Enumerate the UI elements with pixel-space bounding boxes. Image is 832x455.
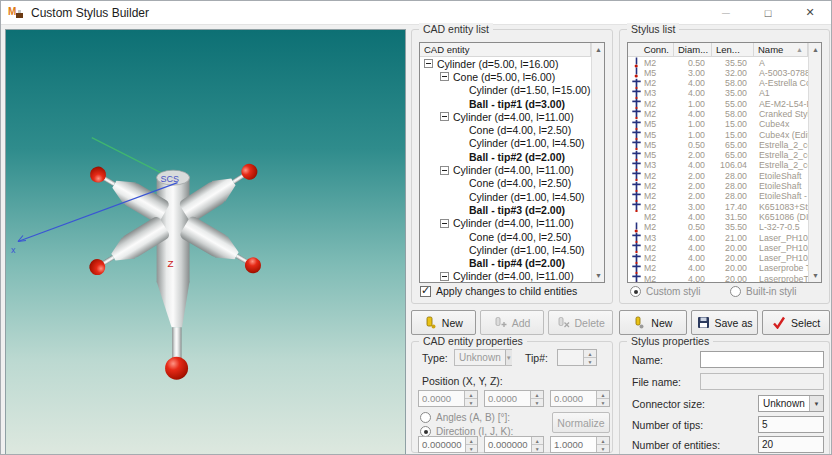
minimize-button[interactable]: ─ [705, 1, 747, 24]
scroll-down-icon[interactable]: ▼ [592, 269, 605, 282]
maximize-button[interactable]: □ [747, 1, 789, 24]
cad-entity-list-header[interactable]: CAD entity [420, 43, 591, 57]
connector-size-combobox[interactable]: Unknown ▼ [758, 395, 824, 412]
tree-item[interactable]: Cylinder (d=4.00, l=11.00) [420, 110, 591, 123]
tree-item[interactable]: Ball - tip#1 (d=3.00) [420, 97, 591, 110]
tree-item[interactable]: Ball - tip#3 (d=2.00) [420, 203, 591, 216]
stylus-list-row[interactable]: M50.5065.00Estrella_2_codos [628, 139, 808, 149]
position-x-spinner[interactable]: 0.0000 ▲▼ [418, 390, 478, 407]
spin-up-icon[interactable]: ▲ [597, 437, 609, 445]
tree-item[interactable]: Cylinder (d=4.00, l=11.00) [420, 270, 591, 282]
radio-unselected-icon[interactable] [730, 286, 741, 297]
stylus-list-row[interactable]: M24.0020.00Laserprobe TP200 [628, 263, 808, 273]
stylus-list-row[interactable]: M24.0020.00Laser_PH10M_ TP20 [628, 242, 808, 252]
chevron-down-icon[interactable]: ▼ [505, 350, 512, 365]
tree-item[interactable]: Cone (d=4.00, l=2.50) [420, 230, 591, 243]
stylus-list-row[interactable]: M20.5035.50A [628, 57, 808, 67]
stylus-list-row[interactable]: M24.0031.50K651086 (DISC) [628, 211, 808, 221]
spin-down-icon[interactable]: ▼ [597, 399, 609, 406]
tree-item[interactable]: Cylinder (d=4.00, l=11.00) [420, 217, 591, 230]
spin-down-icon[interactable]: ▼ [466, 445, 477, 452]
tree-collapse-icon[interactable] [440, 272, 449, 281]
scroll-up-icon[interactable]: ▲ [809, 43, 822, 56]
spin-up-icon[interactable]: ▲ [465, 391, 477, 399]
stylus-list-row[interactable]: M51.0015.00Cube4x [628, 119, 808, 129]
custom-styli-radio[interactable]: Custom styli [630, 286, 700, 297]
stylus-list-row[interactable]: M22.0028.00EtoileShaft [628, 181, 808, 191]
stylus-list-row[interactable]: M21.0055.00AE-M2-L54-D1x2 [628, 98, 808, 108]
save-as-button[interactable]: Save as [691, 310, 759, 335]
tree-collapse-icon[interactable] [440, 219, 449, 228]
cad-add-button[interactable]: Add [480, 310, 545, 335]
direction-k-spinner[interactable]: 1.0000 ▲▼ [550, 436, 610, 453]
tree-item[interactable]: Cone (d=4.00, l=2.50) [420, 177, 591, 190]
tree-item[interactable]: Cylinder (d=5.00, l=16.00) [420, 57, 591, 70]
spin-down-icon[interactable]: ▼ [597, 445, 609, 452]
stylus-list-row[interactable]: M22.0028.00EtoileShaft [628, 170, 808, 180]
spin-up-icon[interactable]: ▲ [531, 391, 543, 399]
spin-up-icon[interactable]: ▲ [532, 437, 543, 445]
tree-item[interactable]: Ball - tip#4 (d=2.00) [420, 256, 591, 269]
cad-list-scrollbar[interactable]: ▲ ▼ [591, 43, 604, 282]
normalize-button[interactable]: Normalize [552, 412, 610, 433]
diam-column-header[interactable]: Diam... [674, 43, 712, 56]
tree-item[interactable]: Cylinder (d=1.00, l=4.50) [420, 190, 591, 203]
file-name-input[interactable] [700, 373, 824, 390]
angles-radio[interactable]: Angles (A, B) [°]: [420, 412, 510, 423]
tree-collapse-icon[interactable] [440, 166, 449, 175]
number-of-tips-field[interactable]: 5 [758, 416, 824, 433]
3d-viewport[interactable]: SCS x Z [5, 29, 406, 455]
stylus-list-row[interactable]: M51.0015.00Cube4x (Edited) [628, 129, 808, 139]
tree-item[interactable]: Cylinder (d=1.50, l=15.00) [420, 84, 591, 97]
number-of-entities-field[interactable]: 20 [758, 436, 824, 453]
chevron-down-icon[interactable]: ▼ [809, 396, 823, 411]
cad-entity-column-header[interactable]: CAD entity [420, 43, 591, 56]
tree-collapse-icon[interactable] [440, 112, 449, 121]
type-combobox[interactable]: Unknown ▼ [454, 349, 512, 366]
tree-item[interactable]: Ball - tip#2 (d=2.00) [420, 150, 591, 163]
stylus-new-button[interactable]: New [619, 310, 687, 335]
tree-collapse-icon[interactable] [440, 72, 449, 81]
spin-down-icon[interactable]: ▼ [531, 399, 543, 406]
direction-j-spinner[interactable]: 0.000000 ▲▼ [484, 436, 544, 453]
scroll-up-icon[interactable]: ▲ [592, 43, 605, 56]
stylus-list-row[interactable]: M24.0020.00Laser_PH10M_ TP280 [628, 253, 808, 263]
scroll-down-icon[interactable]: ▼ [809, 269, 822, 282]
checkbox-checked-icon[interactable] [420, 286, 431, 297]
builtin-styli-radio[interactable]: Built-in styli [730, 286, 797, 297]
stylus-list-row[interactable]: M52.0065.00Estrella_2_codos_n... [628, 150, 808, 160]
stylus-list-row[interactable]: M22.0028.00EtoileShaft - Copy [628, 191, 808, 201]
close-button[interactable]: ✕ [789, 1, 831, 24]
conn-column-header[interactable]: Conn. [628, 43, 674, 56]
tree-item[interactable]: Cylinder (d=1.00, l=4.50) [420, 137, 591, 150]
tree-item[interactable]: Cone (d=5.00, l=6.00) [420, 70, 591, 83]
tree-collapse-icon[interactable] [424, 59, 433, 68]
stylus-list-row[interactable]: M24.0020.00LaserprobeTP200_1 [628, 273, 808, 282]
stylus-list-row[interactable]: M34.0021.00Laser_PH10M_ SP25 [628, 232, 808, 242]
tree-item[interactable]: Cylinder (d=4.00, l=11.00) [420, 163, 591, 176]
radio-selected-icon[interactable] [630, 286, 641, 297]
position-y-spinner[interactable]: 0.0000 ▲▼ [484, 390, 544, 407]
radio-unselected-icon[interactable] [420, 412, 431, 423]
tree-item[interactable]: Cone (d=4.00, l=2.50) [420, 123, 591, 136]
select-button[interactable]: Select [762, 310, 830, 335]
direction-i-spinner[interactable]: 0.000000 ▲▼ [418, 436, 478, 453]
stylus-list-row[interactable]: M24.0058.00A-Estrella Codo 40 [628, 78, 808, 88]
stylus-list-row[interactable]: M53.0032.00A-5003-0788 - Copy [628, 67, 808, 77]
name-column-header[interactable]: Name ▲ [754, 43, 808, 56]
spin-down-icon[interactable]: ▼ [532, 445, 543, 452]
position-z-spinner[interactable]: 0.0000 ▲▼ [550, 390, 610, 407]
stylus-list-row[interactable]: M20.5035.50L-32-7-0.5 [628, 222, 808, 232]
tip-number-spinner[interactable]: ▲▼ [557, 349, 597, 366]
stylus-list-row[interactable]: M23.0017.40K651083+Stylus Ex... [628, 201, 808, 211]
spin-up-icon[interactable]: ▲ [597, 391, 609, 399]
cad-new-button[interactable]: New [411, 310, 476, 335]
cad-delete-button[interactable]: Delete [548, 310, 613, 335]
stylus-list-row[interactable]: M34.0035.00A1 [628, 88, 808, 98]
tree-item[interactable]: Cylinder (d=1.00, l=4.50) [420, 243, 591, 256]
spin-down-icon[interactable]: ▼ [465, 399, 477, 406]
spin-up-icon[interactable]: ▲ [466, 437, 477, 445]
apply-changes-checkbox[interactable]: Apply changes to child entities [420, 285, 577, 297]
spin-down-icon[interactable]: ▼ [584, 358, 596, 365]
stylus-list-scrollbar[interactable]: ▲ ▼ [808, 43, 821, 282]
